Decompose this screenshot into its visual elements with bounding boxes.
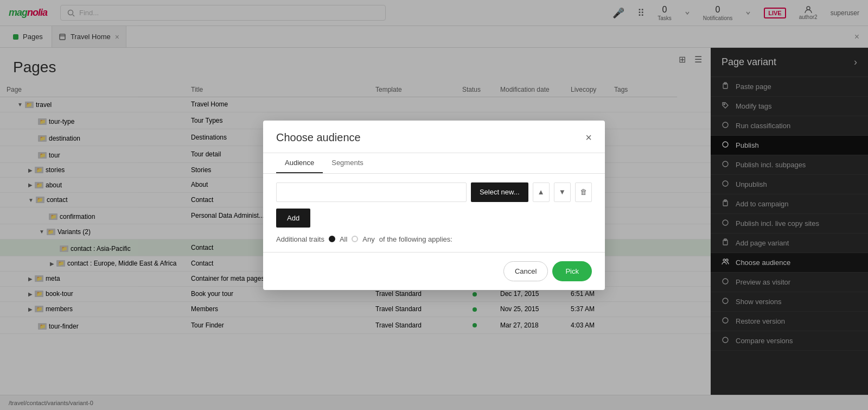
traits-row: Additional traits All Any of the followi… (276, 235, 592, 243)
modal-title: Choose audience (276, 131, 361, 144)
tab-audience[interactable]: Audience (276, 153, 323, 173)
modal-close-btn[interactable]: × (585, 131, 592, 144)
modal-body: Audience Segments Select new... ▲ ▼ 🗑 Ad… (263, 153, 605, 248)
pick-btn[interactable]: Pick (552, 261, 592, 281)
modal-overlay: Choose audience × Audience Segments Sele… (0, 0, 868, 395)
audience-input[interactable] (276, 182, 467, 202)
of-following-label: of the following applies: (379, 235, 452, 243)
add-btn-row: Add (276, 209, 592, 228)
select-new-btn[interactable]: Select new... (471, 182, 528, 202)
radio-all (329, 236, 335, 242)
all-label: All (340, 235, 347, 243)
modal-header: Choose audience × (263, 121, 605, 153)
traits-label: Additional traits (276, 235, 324, 243)
radio-any (352, 236, 358, 242)
modal-tabs: Audience Segments (263, 153, 605, 174)
modal: Choose audience × Audience Segments Sele… (263, 121, 605, 290)
modal-footer: Cancel Pick (263, 252, 605, 290)
cancel-btn[interactable]: Cancel (503, 261, 548, 281)
any-label: Any (362, 235, 374, 243)
audience-row: Select new... ▲ ▼ 🗑 (276, 182, 592, 202)
delete-btn[interactable]: 🗑 (575, 182, 592, 202)
modal-content: Select new... ▲ ▼ 🗑 Add Additional trait… (276, 174, 592, 248)
add-btn[interactable]: Add (276, 209, 310, 228)
tab-segments[interactable]: Segments (323, 153, 372, 173)
move-down-btn[interactable]: ▼ (554, 182, 571, 202)
move-up-btn[interactable]: ▲ (533, 182, 550, 202)
